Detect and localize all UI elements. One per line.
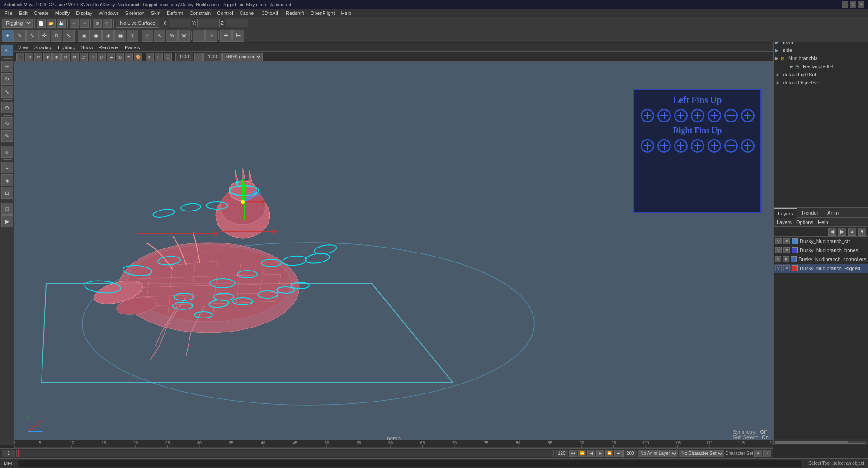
layer-p-bones[interactable]: P xyxy=(783,247,790,253)
vi-wire-btn[interactable]: ◈ xyxy=(43,53,52,61)
ctrl-circle-12[interactable] xyxy=(708,139,721,153)
outliner-item-nudibranchia[interactable]: ▶ ⊞ Nudibranchia xyxy=(774,54,868,62)
uvs-button[interactable]: ⊞ xyxy=(127,30,138,42)
ctrl-circle-7[interactable] xyxy=(741,109,755,122)
vi-hud-btn[interactable]: ⊞ xyxy=(146,53,154,61)
menu-constrain[interactable]: Constrain xyxy=(187,9,213,17)
curve-lt-button[interactable]: ∿ xyxy=(1,117,13,129)
sculpt-lt-button[interactable]: ⌾ xyxy=(1,146,13,158)
redo-button[interactable]: ↪ xyxy=(80,19,89,28)
ctrl-circle-14[interactable] xyxy=(741,139,755,153)
vi-iso-btn[interactable]: △ xyxy=(80,53,88,61)
vp-view-menu[interactable]: View xyxy=(16,45,31,50)
snap-grid-button[interactable]: ⊟ xyxy=(142,30,153,42)
layer-v-ctr[interactable]: V xyxy=(775,238,782,244)
menu-skeleton[interactable]: Skeleton xyxy=(123,9,147,17)
menu-cache[interactable]: Cache xyxy=(237,9,257,17)
anim-layer-select[interactable]: No Anim Layer xyxy=(638,450,678,457)
menu-3dtoall[interactable]: -3DtoAll- xyxy=(257,9,282,17)
menu-edit[interactable]: Edit xyxy=(16,9,30,17)
vi-ao-btn[interactable]: ◎ xyxy=(116,53,124,61)
lasso-button[interactable]: ⟳ xyxy=(103,19,112,28)
rotate-tool-button[interactable]: ↻ xyxy=(51,30,62,42)
new-scene-button[interactable]: 📄 xyxy=(37,19,46,28)
close-button[interactable]: ✕ xyxy=(858,1,864,8)
ctrl-circle-9[interactable] xyxy=(657,139,671,153)
menu-create[interactable]: Create xyxy=(31,9,52,17)
current-frame-input[interactable] xyxy=(2,450,15,457)
rotate-lt-button[interactable]: ↻ xyxy=(1,73,13,85)
step-forward-button[interactable]: ⏩ xyxy=(605,450,613,457)
layer-p-ctr[interactable]: P xyxy=(783,238,790,244)
menu-control[interactable]: Control xyxy=(214,9,236,17)
ctrl-circle-6[interactable] xyxy=(724,109,738,122)
layers-menu-layers[interactable]: Layers xyxy=(775,220,793,225)
menu-file[interactable]: File xyxy=(2,9,15,17)
z-input[interactable] xyxy=(226,19,248,27)
ctrl-circle-13[interactable] xyxy=(724,139,738,153)
ctrl-circle-8[interactable] xyxy=(641,139,654,153)
render-lt-button[interactable]: ▶ xyxy=(1,215,13,227)
quick-sel-lt-button[interactable]: ◈ xyxy=(1,174,13,186)
range-end-input[interactable] xyxy=(555,450,568,457)
snap-surface-button[interactable]: ⋈ xyxy=(178,30,190,42)
select-tool-button[interactable]: ✦ xyxy=(2,30,14,42)
vi-xray-btn[interactable]: ⊠ xyxy=(71,53,79,61)
layer-row-ctr[interactable]: V P Dusky_Nudibranch_ctr xyxy=(774,237,868,246)
select-mask-button[interactable]: ▣ xyxy=(78,30,90,42)
outliner-scrollbar[interactable] xyxy=(774,439,868,445)
vi-fit-btn[interactable]: ⊞ xyxy=(25,53,33,61)
vi-value2[interactable] xyxy=(203,53,222,61)
vi-value1[interactable] xyxy=(175,53,193,61)
vi-val-btn[interactable]: ○ xyxy=(194,53,203,61)
layers-menu-options[interactable]: Options xyxy=(795,220,815,225)
ctrl-circle-11[interactable] xyxy=(691,139,704,153)
vi-gate-btn[interactable]: □ xyxy=(155,53,163,61)
camera-lt-button[interactable]: □ xyxy=(1,203,13,215)
go-start-button[interactable]: ⏮ xyxy=(569,450,577,457)
select-lt-button[interactable]: ↖ xyxy=(1,45,13,56)
save-scene-button[interactable]: 💾 xyxy=(57,19,66,28)
vp-show-menu[interactable]: Show xyxy=(79,45,95,50)
ctrl-circle-10[interactable] xyxy=(674,139,688,153)
snap-curve-button[interactable]: ∿ xyxy=(154,30,165,42)
timeline-audio-btn[interactable]: ♪ xyxy=(763,450,771,457)
go-end-button[interactable]: ⏭ xyxy=(614,450,623,457)
menu-display[interactable]: Display xyxy=(73,9,95,17)
layer-p-controllers[interactable]: P xyxy=(783,256,789,262)
scrollbar-thumb[interactable] xyxy=(776,441,848,443)
step-back-button[interactable]: ⏪ xyxy=(578,450,586,457)
vp-shading-menu[interactable]: Shading xyxy=(33,45,54,50)
vi-smooth-btn[interactable]: ○ xyxy=(89,53,97,61)
vp-panels-menu[interactable]: Panels xyxy=(123,45,142,50)
viewport[interactable]: View Shading Lighting Show Renderer Pane… xyxy=(14,43,773,445)
ctrl-circle-3[interactable] xyxy=(674,109,688,122)
ctrl-circle-1[interactable] xyxy=(641,109,654,122)
menu-deform[interactable]: Deform xyxy=(164,9,186,17)
layers-tab-render[interactable]: Render xyxy=(797,208,823,218)
lasso-select-button[interactable]: ∿ xyxy=(26,30,38,42)
move-tool-button[interactable]: ✛ xyxy=(38,30,50,42)
select-button[interactable]: ⊕ xyxy=(93,19,102,28)
scale-lt-button[interactable]: ⤡ xyxy=(1,86,13,98)
timeline-track[interactable] xyxy=(16,450,554,457)
mode-selector[interactable]: Rigging xyxy=(2,19,33,28)
layer-row-controllers[interactable]: V P Dusky_Nudibranch_controllers xyxy=(774,255,868,264)
layer-v-bones[interactable]: V xyxy=(775,247,782,253)
vi-bkface-btn[interactable]: ▷ xyxy=(98,53,106,61)
vi-shadow-btn[interactable]: ☁ xyxy=(107,53,115,61)
menu-modify[interactable]: Modify xyxy=(52,9,72,17)
timeline-settings-btn[interactable]: ⚙ xyxy=(754,450,762,457)
vi-shaded-btn[interactable]: ◉ xyxy=(52,53,61,61)
menu-skin[interactable]: Skin xyxy=(148,9,163,17)
vi-film-btn[interactable]: ⌷ xyxy=(164,53,172,61)
open-scene-button[interactable]: 📂 xyxy=(47,19,56,28)
undo-button[interactable]: ↩ xyxy=(70,19,79,28)
layer-row-bones[interactable]: V P Dusky_Nudibranch_bones xyxy=(774,246,868,255)
x-input[interactable] xyxy=(169,19,191,27)
paint-lt-button[interactable]: ✎ xyxy=(1,130,13,142)
y-input[interactable] xyxy=(197,19,220,27)
vi-color-btn[interactable]: 🎨 xyxy=(134,53,142,61)
play-back-button[interactable]: ◀ xyxy=(587,450,595,457)
mel-input[interactable] xyxy=(18,460,802,467)
